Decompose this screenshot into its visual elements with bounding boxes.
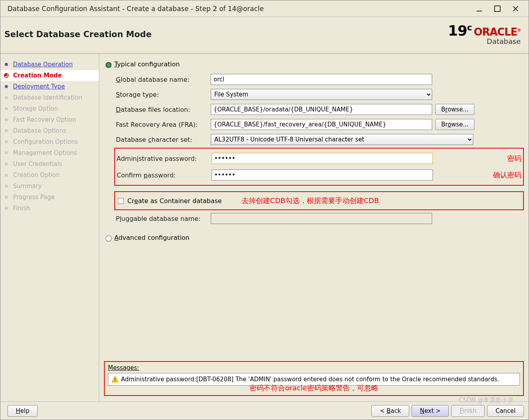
sidebar-step-12: Progress Page xyxy=(0,192,99,203)
sidebar-step-label: Deployment Type xyxy=(13,83,65,90)
advanced-config-radio[interactable] xyxy=(106,235,112,241)
files-input[interactable] xyxy=(211,104,432,115)
sidebar-step-label: Summary xyxy=(13,183,42,190)
files-label: Database files location: xyxy=(116,106,211,113)
cdb-label: Create as Container database xyxy=(127,197,222,205)
annotation-cdb: 去掉创建CDB勾选，根据需要手动创建CDB xyxy=(242,196,379,205)
minimize-button[interactable] xyxy=(470,2,488,16)
finish-button: Finish xyxy=(451,405,485,417)
sidebar-step-label: Database Options xyxy=(13,127,66,134)
sidebar-step-label: Database Identification xyxy=(13,94,82,101)
sidebar-step-0[interactable]: Database Operation xyxy=(0,59,99,70)
messages-annotation-box: Messages: ! Administrative password:[DBT… xyxy=(104,361,524,396)
step-dot-icon xyxy=(3,160,10,168)
step-dot-icon xyxy=(3,116,10,123)
storage-select[interactable]: File System xyxy=(211,89,432,100)
oracle-logo: 19c ORACLE® Database xyxy=(448,23,521,45)
pdb-label: Pluggable database name: xyxy=(116,215,211,222)
app-window: Database Configuration Assistant - Creat… xyxy=(0,0,529,420)
sidebar-step-9: User Credentials xyxy=(0,158,99,170)
sidebar-step-label: Management Options xyxy=(13,149,77,156)
watermark: CSDN @李昊哲小课 xyxy=(459,397,513,404)
sidebar-step-2[interactable]: Deployment Type xyxy=(0,81,99,92)
step-dot-icon xyxy=(3,149,10,156)
pdb-input xyxy=(211,213,432,224)
step-dot-icon xyxy=(3,194,10,201)
close-button[interactable] xyxy=(506,2,525,16)
global-db-input[interactable] xyxy=(211,74,432,85)
page-header: Select Database Creation Mode 19c ORACLE… xyxy=(0,17,529,53)
typical-config-label: Typical configuration xyxy=(114,60,180,68)
cdb-annotation-box: Create as Container database 去掉创建CDB勾选，根… xyxy=(114,191,524,210)
sidebar-step-label: Progress Page xyxy=(13,194,55,201)
fra-input[interactable] xyxy=(211,119,432,130)
wizard-footer: Help < Back Next > Finish Cancel xyxy=(0,401,529,420)
step-dot-icon xyxy=(3,94,10,101)
annotation-msg: 密码不符合oracle密码策略警告，可忽略 xyxy=(108,383,520,393)
sidebar-step-5: Fast Recovery Option xyxy=(0,114,99,125)
sidebar-step-11: Summary xyxy=(0,181,99,192)
advanced-config-label: Advanced configuration xyxy=(114,234,189,241)
messages-label: Messages: xyxy=(108,364,520,371)
step-dot-icon xyxy=(3,171,10,179)
maximize-button[interactable] xyxy=(488,2,506,16)
charset-select[interactable]: AL32UTF8 - Unicode UTF-8 Universal chara… xyxy=(211,134,473,145)
fra-browse-button[interactable]: Browse... xyxy=(435,119,474,130)
sidebar-step-4: Storage Option xyxy=(0,103,99,114)
sidebar-step-label: Finish xyxy=(13,205,30,212)
admin-pw-input[interactable] xyxy=(212,153,433,164)
messages-panel: Messages: ! Administrative password:[DBT… xyxy=(104,361,524,396)
warning-icon: ! xyxy=(111,376,119,383)
sidebar-step-label: Creation Mode xyxy=(13,72,62,79)
step-dot-icon xyxy=(3,72,10,79)
cancel-button[interactable]: Cancel xyxy=(487,405,524,417)
admin-pw-label: Administrative password: xyxy=(117,155,212,162)
step-dot-icon xyxy=(3,61,10,68)
help-button[interactable]: Help xyxy=(8,405,38,417)
step-dot-icon xyxy=(3,138,10,145)
sidebar-step-label: Fast Recovery Option xyxy=(13,116,76,123)
step-dot-icon xyxy=(3,127,10,134)
cdb-checkbox[interactable] xyxy=(118,198,124,204)
main-panel: Typical configuration Global database na… xyxy=(99,54,529,401)
password-annotation-box: Administrative password: 密码 Confirm pass… xyxy=(114,148,524,186)
sidebar-step-13: Finish xyxy=(0,203,99,214)
confirm-pw-label: Confirm password: xyxy=(117,171,212,179)
message-text: Administrative password:[DBT-06208] The … xyxy=(121,376,499,383)
sidebar-step-label: Storage Option xyxy=(13,105,58,112)
sidebar-step-6: Database Options xyxy=(0,125,99,136)
typical-config-radio[interactable] xyxy=(106,62,112,68)
sidebar-step-10: Creation Option xyxy=(0,170,99,181)
sidebar-step-8: Management Options xyxy=(0,147,99,158)
charset-label: Database character set: xyxy=(116,136,211,143)
sidebar-step-1: Creation Mode xyxy=(0,70,99,81)
sidebar-step-label: User Credentials xyxy=(13,160,62,168)
svg-rect-1 xyxy=(495,6,500,11)
global-db-label: Global database name: xyxy=(116,76,211,83)
window-title: Database Configuration Assistant - Creat… xyxy=(4,5,470,13)
page-title: Select Database Creation Mode xyxy=(4,30,448,39)
files-browse-button[interactable]: Browse... xyxy=(435,104,474,115)
step-dot-icon xyxy=(3,105,10,112)
sidebar-step-3: Database Identification xyxy=(0,92,99,103)
back-button[interactable]: < Back xyxy=(371,405,409,417)
wizard-sidebar: Database OperationCreation ModeDeploymen… xyxy=(0,54,99,401)
sidebar-step-label: Configuration Options xyxy=(13,138,78,145)
sidebar-step-7: Configuration Options xyxy=(0,136,99,147)
step-dot-icon xyxy=(3,205,10,212)
step-dot-icon xyxy=(3,183,10,190)
storage-label: Storage type: xyxy=(116,91,211,98)
annotation-password: 密码 xyxy=(507,154,521,163)
fra-label: Fast Recovery Area (FRA): xyxy=(116,121,211,128)
step-dot-icon xyxy=(3,83,10,90)
titlebar: Database Configuration Assistant - Creat… xyxy=(0,0,529,17)
next-button[interactable]: Next > xyxy=(412,405,449,417)
annotation-confirm: 确认密码 xyxy=(493,170,521,180)
sidebar-step-label: Creation Option xyxy=(13,171,60,179)
sidebar-step-label: Database Operation xyxy=(13,61,73,68)
svg-text:!: ! xyxy=(114,377,116,382)
confirm-pw-input[interactable] xyxy=(212,170,433,181)
